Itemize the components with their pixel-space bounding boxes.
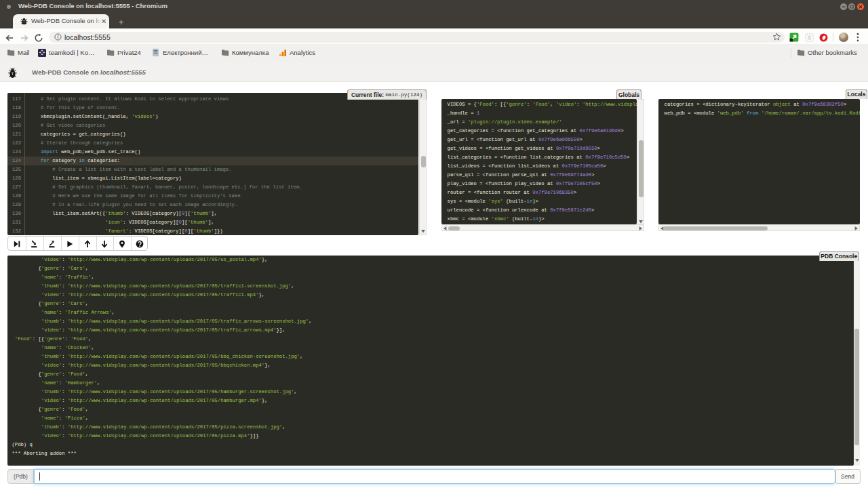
svg-text:T: T — [23, 20, 25, 24]
